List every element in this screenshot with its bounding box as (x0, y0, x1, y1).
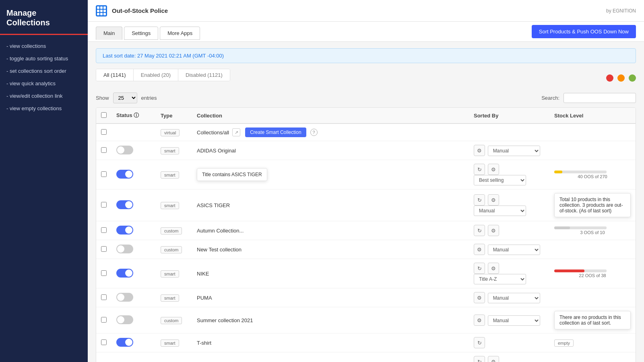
refresh-icon[interactable]: ↻ (474, 164, 485, 175)
table-row: smart PUMA ⚙ Manual (96, 288, 636, 307)
gear-icon[interactable]: ⚙ (474, 292, 485, 303)
gear-icon[interactable]: ⚙ (488, 164, 499, 175)
table-row: custom Summer collection 2021 ⚙ Manual T… (96, 307, 636, 333)
status-toggle[interactable] (116, 315, 133, 324)
row-status (111, 240, 156, 259)
row-type: smart (156, 352, 192, 362)
collection-name: PUMA (197, 295, 212, 301)
sidebar-item-collection-link[interactable]: - view/edit collection link (0, 90, 88, 102)
collection-name: T-shirt (197, 340, 211, 346)
content-area: Last sort date: 27 May 2021 02:21 AM (GM… (88, 42, 644, 362)
status-dot-orange[interactable] (617, 74, 625, 82)
sorted-by-select[interactable]: Manual (488, 245, 540, 255)
gear-icon[interactable]: ⚙ (488, 356, 499, 362)
row-status (111, 333, 156, 352)
row-collection: Summer collection 2021 (192, 307, 469, 333)
sorted-by-select[interactable]: Manual (488, 146, 540, 156)
help-icon[interactable]: ? (310, 129, 318, 136)
external-link-icon[interactable]: ↗ (232, 128, 240, 136)
sorted-by-select[interactable]: Manual (474, 206, 526, 216)
status-toggle[interactable] (116, 245, 133, 253)
row-checkbox[interactable] (101, 227, 107, 233)
gear-icon[interactable]: ⚙ (474, 244, 485, 255)
sidebar-item-quick-analytics[interactable]: - view quick analytics (0, 77, 88, 90)
row-type: custom (156, 307, 192, 333)
create-smart-collection-button[interactable]: Create Smart Collection (245, 128, 306, 137)
filter-all[interactable]: All (1141) (96, 69, 134, 81)
row-checkbox[interactable] (101, 317, 107, 323)
collection-name: ADIDAS Original (197, 148, 236, 154)
row-status (111, 288, 156, 307)
status-toggle[interactable] (116, 146, 133, 154)
col-collection-header: Collection (192, 108, 469, 123)
sidebar-item-empty-collections[interactable]: - view empty collections (0, 102, 88, 115)
sidebar-item-toggle-sorting[interactable]: - toggle auto sorting status (0, 52, 88, 65)
filter-disabled[interactable]: Disabled (1121) (178, 69, 230, 81)
row-stock: 3 OOS of 10 (549, 221, 636, 240)
status-toggle[interactable] (116, 269, 133, 278)
tab-main[interactable]: Main (96, 27, 122, 40)
row-type: smart (156, 189, 192, 221)
row-collection: Title contains ASICS TIGER (192, 160, 469, 189)
status-dot-red[interactable] (606, 74, 613, 82)
sidebar-item-set-sort-order[interactable]: - set collections sort order (0, 65, 88, 77)
status-dot-green[interactable] (629, 74, 636, 82)
by-label: by EGNITION (606, 8, 636, 14)
status-toggle[interactable] (116, 293, 133, 302)
empty-badge: empty (554, 339, 574, 347)
tab-bar: Main Settings More Apps Sort Products & … (88, 22, 644, 42)
status-toggle[interactable] (116, 338, 133, 347)
row-checkbox[interactable] (101, 147, 107, 153)
select-all-checkbox[interactable] (101, 112, 107, 118)
row-checkbox[interactable] (101, 270, 107, 276)
status-toggle[interactable] (116, 170, 133, 179)
stock-bar: 40 OOS of 270 (554, 171, 631, 179)
collection-name: New Test collection (197, 247, 242, 253)
row-type: smart (156, 160, 192, 189)
sorted-by-select[interactable]: Manual (488, 293, 540, 303)
refresh-icon[interactable]: ↻ (474, 225, 485, 236)
row-status (111, 160, 156, 189)
sidebar-item-view-collections[interactable]: - view collections (0, 40, 88, 52)
tab-more-apps[interactable]: More Apps (160, 27, 200, 40)
row-checkbox[interactable] (101, 171, 107, 177)
stock-tooltip: Total 10 products in this collection. 3 … (554, 193, 631, 217)
row-status (111, 189, 156, 221)
gear-icon[interactable]: ⚙ (488, 194, 499, 206)
status-toggle[interactable] (116, 200, 133, 209)
tab-settings[interactable]: Settings (124, 27, 158, 40)
search-input[interactable] (564, 93, 636, 103)
sorted-by-select[interactable]: Best selling (474, 175, 526, 185)
row-collection: Toys (192, 352, 469, 362)
filter-enabled[interactable]: Enabled (20) (134, 69, 178, 81)
gear-icon[interactable]: ⚙ (474, 145, 485, 156)
row-checkbox[interactable] (101, 246, 107, 252)
sorted-by-select[interactable]: Manual (488, 315, 540, 326)
type-badge: custom (161, 227, 182, 234)
row-stock (549, 288, 636, 307)
table-wrapper: Status ⓘ Type Collection Sorted By Stock… (96, 107, 636, 362)
refresh-icon[interactable]: ↻ (474, 337, 485, 348)
row-checkbox[interactable] (101, 294, 107, 300)
collection-name: NIKE (197, 271, 209, 277)
empty-stock-tooltip: There are no products in this collection… (554, 311, 631, 329)
refresh-icon[interactable]: ↻ (474, 194, 485, 206)
row-collection: Collections/all ↗ Create Smart Collectio… (192, 123, 469, 141)
row-sorted: ⚙ Manual (469, 141, 549, 160)
refresh-icon[interactable]: ↻ (474, 263, 485, 274)
gear-icon[interactable]: ⚙ (488, 225, 499, 236)
row-status (111, 221, 156, 240)
sorted-by-select[interactable]: Title A-Z (474, 274, 526, 284)
show-select[interactable]: 25 50 100 (113, 93, 137, 103)
gear-icon[interactable]: ⚙ (488, 263, 499, 274)
sort-products-button[interactable]: Sort Products & Push OOS Down Now (532, 25, 636, 38)
row-checkbox[interactable] (101, 129, 107, 135)
row-checkbox[interactable] (101, 202, 107, 208)
type-badge: smart (161, 147, 179, 154)
row-checkbox[interactable] (101, 339, 107, 345)
filter-row: All (1141) Enabled (20) Disabled (1121) (96, 69, 636, 87)
status-toggle[interactable] (116, 226, 133, 234)
gear-icon[interactable]: ⚙ (474, 315, 485, 326)
refresh-icon[interactable]: ↻ (474, 356, 485, 362)
row-check (96, 123, 111, 141)
